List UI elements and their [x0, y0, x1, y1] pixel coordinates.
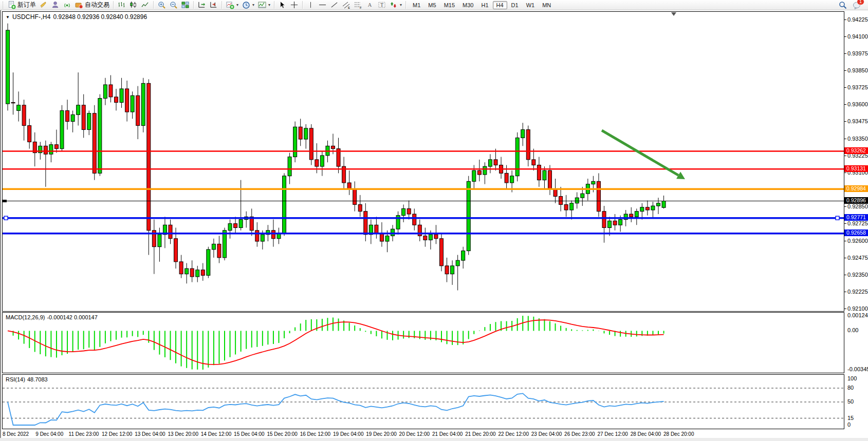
line-chart-button[interactable] — [139, 1, 151, 10]
price-tick: 0.92600 — [844, 238, 868, 244]
chevron-down-icon: ▾ — [236, 3, 238, 7]
tile-windows-button[interactable] — [179, 1, 191, 10]
time-tick: 15 Dec 20:00 — [267, 431, 298, 437]
new-order-button[interactable]: 新订单 — [6, 1, 38, 10]
time-tick: 21 Dec 20:00 — [465, 431, 496, 437]
price-level-label: 0.92771 — [844, 214, 868, 221]
rsi-axis-tick: 15 — [844, 415, 868, 421]
price-tick: 0.92225 — [844, 289, 868, 295]
time-tick: 15 Dec 04:00 — [234, 431, 265, 437]
price-tick: 0.93975 — [844, 50, 868, 56]
timeframe-w1[interactable]: W1 — [523, 1, 539, 9]
zoom-in-icon — [157, 1, 166, 9]
macd-name: MACD(12,26,9) — [6, 314, 45, 320]
price-tick: 0.94100 — [844, 33, 868, 40]
toolbar-separator — [193, 1, 194, 9]
price-level-label: 0.92984 — [844, 185, 868, 192]
quote-open: 0.92848 — [53, 13, 76, 21]
profile-icon — [51, 1, 60, 9]
timeframe-h4[interactable]: H4 — [493, 1, 507, 9]
price-level-label: 0.93262 — [844, 147, 868, 154]
crosshair-button[interactable] — [288, 1, 300, 10]
price-tick: 0.92850 — [844, 203, 868, 209]
time-axis[interactable]: 8 Dec 20229 Dec 04:0011 Dec 23:0012 Dec … — [2, 430, 844, 438]
indicators-button[interactable]: ▾ — [224, 1, 240, 10]
time-tick: 19 Dec 04:00 — [333, 431, 364, 437]
macd-canvas[interactable] — [3, 313, 844, 373]
timeframe-m1[interactable]: M1 — [409, 1, 424, 9]
arrows-button[interactable]: ▾ — [387, 1, 403, 10]
horizontal-line-button[interactable] — [317, 1, 328, 10]
rsi-axis-tick: 80 — [844, 385, 868, 391]
rsi-name: RSI(14) — [6, 376, 25, 382]
candlestick-chart-button[interactable] — [127, 1, 139, 10]
symbol-period-label: USDCHF-,H4 — [12, 13, 51, 21]
time-tick: 14 Dec 12:00 — [201, 431, 232, 437]
timeframe-m30[interactable]: M30 — [459, 1, 477, 9]
fibonacci-button[interactable]: F — [352, 1, 364, 10]
search-icon[interactable] — [838, 1, 847, 9]
template-icon — [257, 1, 266, 9]
cursor-icon — [278, 1, 287, 9]
bar-chart-icon — [117, 1, 126, 9]
timeframe-h1[interactable]: H1 — [477, 1, 492, 9]
periods-button[interactable]: ▾ — [240, 1, 256, 10]
timeframe-d1[interactable]: D1 — [508, 1, 522, 9]
svg-text:E: E — [348, 6, 350, 9]
time-tick: 19 Dec 20:00 — [366, 431, 397, 437]
chart-title-dropdown-icon[interactable]: ▼ — [6, 15, 10, 20]
toolbar-separator — [274, 1, 274, 9]
equidistant-channel-button[interactable]: E — [340, 1, 352, 10]
arrows-icon — [389, 1, 398, 9]
timeframe-m5[interactable]: M5 — [424, 1, 439, 9]
main-chart-canvas[interactable] — [3, 12, 844, 311]
zoom-in-button[interactable] — [156, 1, 168, 10]
trendline-button[interactable] — [328, 1, 340, 10]
auto-trading-button[interactable]: 自动交易 — [73, 1, 111, 10]
toolbar-separator — [221, 1, 222, 9]
new-order-icon — [7, 1, 16, 9]
price-tick: 0.93850 — [844, 67, 868, 73]
macd-signal-value: 0.000147 — [74, 314, 98, 320]
indicators-add-icon — [226, 1, 234, 9]
time-tick: 11 Dec 23:00 — [69, 431, 99, 437]
rsi-canvas[interactable] — [3, 375, 844, 429]
rsi-axis-tick: 0 — [844, 421, 868, 428]
macd-main-value: -0.000142 — [47, 314, 72, 320]
macd-axis-tick: 0.00 — [844, 327, 868, 333]
bar-chart-button[interactable] — [116, 1, 127, 10]
tile-windows-icon — [181, 1, 190, 9]
signal-button[interactable] — [61, 1, 73, 10]
time-tick: 28 Dec 04:00 — [631, 431, 661, 437]
time-tick: 13 Dec 04:00 — [135, 431, 165, 437]
zoom-out-icon — [169, 1, 178, 9]
profile-button[interactable] — [49, 1, 61, 10]
fibonacci-icon: F — [354, 1, 362, 9]
timeframe-m15[interactable]: M15 — [440, 1, 458, 9]
chart-shift-button[interactable] — [208, 1, 219, 10]
time-tick: 21 Dec 04:00 — [432, 431, 463, 437]
sound-button[interactable] — [38, 1, 49, 10]
svg-text:F: F — [360, 6, 362, 9]
cursor-button[interactable] — [276, 1, 288, 10]
text-label-button[interactable]: T — [376, 1, 387, 10]
templates-button[interactable]: ▾ — [256, 1, 272, 10]
macd-label: MACD(12,26,9) -0.000142 0.000147 — [6, 314, 98, 320]
price-tick: 0.93350 — [844, 136, 868, 142]
text-icon: A — [365, 1, 374, 9]
macd-axis-tick: 0.001241 — [844, 312, 868, 318]
quote-high: 0.92936 — [77, 13, 99, 21]
notifications-button[interactable]: 1 — [852, 1, 861, 9]
vertical-line-button[interactable] — [305, 1, 317, 10]
timeframe-mn[interactable]: MN — [539, 1, 555, 9]
price-tick: 0.93475 — [844, 118, 868, 124]
price-tick: 0.92100 — [844, 305, 868, 312]
sound-icon — [39, 1, 48, 9]
zoom-out-button[interactable] — [168, 1, 179, 10]
price-level-label: 0.92896 — [844, 197, 868, 204]
rsi-axis-tick: 100 — [844, 375, 868, 381]
auto-scroll-button[interactable] — [196, 1, 208, 10]
text-button[interactable]: A — [364, 1, 376, 10]
price-axis[interactable]: 0.942250.941000.939750.938500.937250.936… — [844, 11, 868, 429]
toolbar-separator — [302, 1, 303, 9]
